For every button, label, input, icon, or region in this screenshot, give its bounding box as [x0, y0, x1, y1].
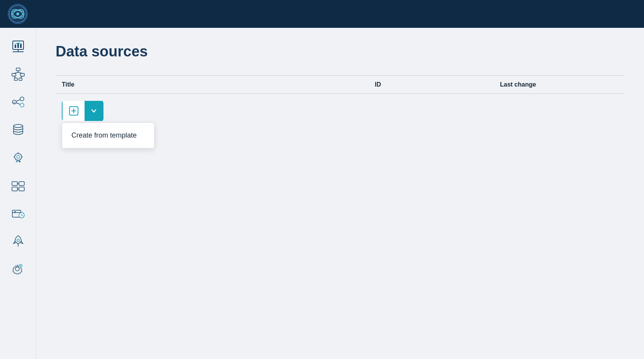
svg-point-48 — [17, 239, 19, 242]
add-button-group — [62, 101, 103, 121]
svg-line-17 — [14, 72, 18, 73]
svg-point-29 — [17, 155, 20, 158]
sidebar-item-reports[interactable] — [6, 34, 31, 59]
main-layout: A — [0, 28, 644, 359]
create-from-template-item[interactable]: Create from template — [62, 125, 154, 146]
svg-rect-36 — [12, 182, 17, 185]
svg-rect-37 — [19, 182, 24, 185]
svg-rect-10 — [20, 44, 22, 48]
sidebar-item-workflows[interactable]: A — [6, 90, 31, 114]
col-title: Title — [56, 76, 369, 94]
svg-rect-38 — [12, 187, 17, 191]
svg-point-28 — [15, 153, 22, 160]
plus-icon — [69, 106, 78, 116]
svg-point-50 — [15, 267, 19, 271]
svg-rect-12 — [12, 73, 16, 76]
svg-line-18 — [18, 72, 22, 73]
svg-rect-8 — [15, 45, 16, 48]
sidebar-item-integrations[interactable] — [6, 173, 31, 198]
svg-rect-39 — [19, 187, 24, 191]
add-dropdown-button[interactable] — [85, 101, 103, 121]
col-last-change: Last change — [494, 76, 625, 94]
svg-point-34 — [16, 161, 17, 162]
svg-rect-15 — [19, 78, 22, 80]
svg-rect-13 — [20, 73, 24, 76]
add-main-button[interactable] — [63, 101, 85, 121]
sidebar-item-data-model[interactable] — [6, 62, 31, 87]
content-area: Data sources Title ID Last change — [36, 28, 644, 359]
sidebar: A — [0, 28, 36, 359]
svg-rect-9 — [17, 43, 19, 48]
svg-point-22 — [20, 97, 24, 101]
svg-rect-44 — [14, 211, 16, 213]
dropdown-menu: Create from template — [62, 123, 154, 148]
col-id: ID — [369, 76, 494, 94]
app-header — [0, 0, 644, 28]
svg-point-23 — [20, 103, 24, 107]
app-logo — [8, 4, 28, 24]
svg-text:A: A — [13, 101, 15, 104]
sidebar-item-deploy[interactable] — [6, 229, 31, 254]
sidebar-item-storage[interactable] — [6, 201, 31, 226]
chevron-down-icon — [90, 107, 97, 114]
svg-line-24 — [16, 100, 20, 101]
sidebar-item-database[interactable] — [6, 117, 31, 142]
svg-point-52 — [20, 265, 21, 267]
page-title: Data sources — [56, 43, 625, 60]
svg-line-25 — [16, 103, 20, 104]
action-row: Create from template — [56, 94, 625, 121]
svg-point-35 — [19, 161, 20, 162]
svg-point-27 — [14, 124, 23, 128]
svg-rect-11 — [16, 68, 20, 71]
svg-rect-14 — [14, 78, 17, 80]
sidebar-item-ai[interactable] — [6, 145, 31, 170]
svg-point-4 — [16, 12, 19, 15]
data-sources-table: Title ID Last change — [56, 75, 625, 121]
sidebar-item-settings[interactable] — [6, 257, 31, 281]
